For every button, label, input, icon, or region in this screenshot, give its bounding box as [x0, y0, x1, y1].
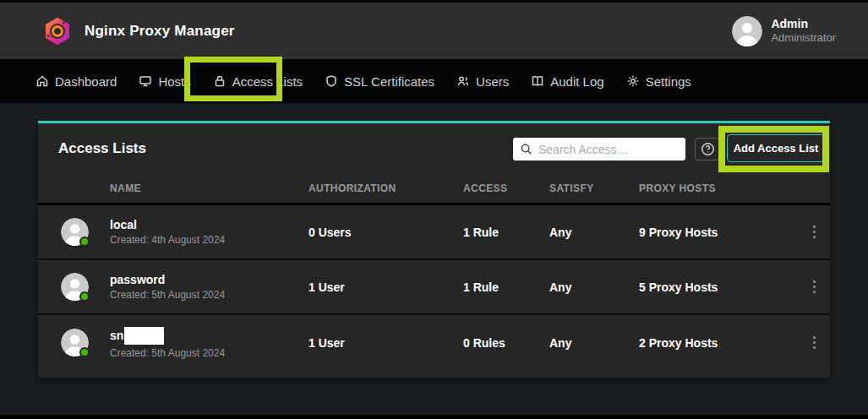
authorization-value: 0 Users: [308, 226, 463, 239]
table-row: local Created: 4th August 2024 0 Users 1…: [38, 205, 830, 260]
help-icon: [701, 142, 715, 156]
access-list-name: sn: [110, 329, 123, 342]
nav-item-hosts[interactable]: Hosts: [139, 74, 190, 89]
row-menu-button[interactable]: [799, 260, 830, 313]
nav-item-label: Hosts: [158, 74, 190, 89]
add-access-list-button[interactable]: Add Access List: [727, 134, 825, 162]
nav-item-settings[interactable]: Settings: [626, 74, 691, 89]
access-list-created: Created: 4th August 2024: [110, 234, 225, 246]
column-header-authorization: AUTHORIZATION: [308, 182, 463, 194]
authorization-value: 1 User: [308, 280, 463, 294]
window-bottom-edge: [0, 415, 868, 419]
header-bar: Nginx Proxy Manager Admin Administrator: [0, 0, 868, 59]
panel-header: Access Lists Add Access List: [38, 123, 830, 173]
column-header-access: ACCESS: [463, 182, 549, 194]
access-value: 1 Rule: [463, 226, 549, 239]
lock-icon: [213, 74, 227, 88]
row-menu-button[interactable]: [799, 205, 830, 258]
nav-item-access-lists[interactable]: Access Lists: [213, 74, 303, 89]
home-icon: [35, 74, 49, 88]
search-input[interactable]: [538, 143, 679, 156]
kebab-icon: [813, 280, 816, 293]
satisfy-value: Any: [549, 280, 639, 294]
satisfy-value: Any: [549, 226, 639, 239]
column-header-proxy-hosts: PROXY HOSTS: [639, 182, 799, 194]
column-header-name: NAME: [38, 182, 308, 194]
nav-item-users[interactable]: Users: [456, 74, 509, 89]
nav-item-label: Dashboard: [55, 74, 117, 89]
access-list-name: local: [110, 218, 137, 231]
nav-item-label: Settings: [646, 74, 691, 89]
status-dot: [79, 237, 90, 247]
shield-icon: [325, 74, 338, 88]
main-nav: Dashboard Hosts Access Lists SSL Certifi…: [0, 59, 868, 103]
nav-item-audit-log[interactable]: Audit Log: [531, 74, 603, 89]
access-list-avatar: [61, 329, 89, 356]
satisfy-value: Any: [549, 336, 639, 350]
redaction-box: [124, 327, 164, 345]
access-list-created: Created: 5th August 2024: [110, 347, 225, 359]
access-list-avatar: [61, 273, 89, 301]
search-box: [513, 138, 685, 161]
user-avatar: [732, 16, 762, 46]
user-name: Admin: [771, 17, 836, 32]
column-header-satisfy: SATISFY: [549, 182, 639, 194]
proxy-hosts-value: 2 Proxy Hosts: [639, 336, 799, 350]
nav-item-label: Access Lists: [232, 74, 303, 89]
access-list-name: password: [110, 273, 165, 286]
users-icon: [456, 74, 470, 88]
npm-logo-icon: [42, 16, 73, 46]
npm-app-window: Nginx Proxy Manager Admin Administrator …: [0, 0, 868, 419]
panel-title: Access Lists: [58, 140, 146, 157]
table-header-row: NAME AUTHORIZATION ACCESS SATISFY PROXY …: [38, 173, 830, 205]
monitor-icon: [139, 74, 152, 88]
table-row: password Created: 5th August 2024 1 User…: [38, 260, 830, 315]
book-icon: [531, 74, 544, 88]
table-row: sn Created: 5th August 2024 1 User 0 Rul…: [38, 315, 830, 370]
nav-item-label: Users: [476, 74, 509, 89]
access-list-avatar: [61, 218, 89, 246]
proxy-hosts-value: 5 Proxy Hosts: [639, 280, 799, 294]
help-button[interactable]: [695, 138, 720, 161]
app-title: Nginx Proxy Manager: [85, 23, 235, 40]
access-lists-panel: Access Lists Add Access List NAME AUTHOR…: [38, 121, 830, 378]
row-menu-button[interactable]: [799, 315, 830, 370]
status-dot: [79, 291, 90, 302]
authorization-value: 1 User: [308, 336, 463, 350]
access-list-created: Created: 5th August 2024: [110, 289, 225, 301]
proxy-hosts-value: 9 Proxy Hosts: [639, 226, 799, 239]
nav-item-dashboard[interactable]: Dashboard: [35, 74, 117, 89]
gear-icon: [626, 74, 640, 88]
nav-item-label: SSL Certificates: [344, 74, 434, 89]
access-value: 0 Rules: [463, 336, 549, 350]
status-dot: [79, 347, 90, 357]
nav-item-ssl-certificates[interactable]: SSL Certificates: [325, 74, 434, 89]
search-icon: [520, 143, 532, 155]
nav-item-label: Audit Log: [550, 74, 603, 89]
window-top-edge: [0, 0, 868, 3]
kebab-icon: [813, 226, 816, 238]
kebab-icon: [813, 336, 816, 349]
user-role: Administrator: [771, 31, 836, 45]
access-value: 1 Rule: [463, 280, 549, 294]
user-menu[interactable]: Admin Administrator: [732, 16, 836, 46]
